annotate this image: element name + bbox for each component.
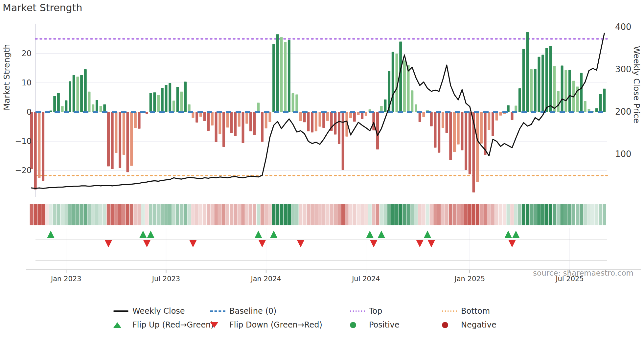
heatmap-cell xyxy=(318,204,322,225)
left-tick-label: −20 xyxy=(15,166,32,175)
heatmap-cell xyxy=(334,204,337,225)
strength-bar xyxy=(434,112,437,148)
heatmap-cell xyxy=(145,204,149,225)
heatmap-cell xyxy=(114,204,118,225)
strength-bar xyxy=(161,88,164,112)
strength-bar xyxy=(599,94,602,112)
strength-bar xyxy=(303,112,306,122)
heatmap-cell xyxy=(514,204,518,225)
flip-up-marker xyxy=(147,231,154,238)
strength-bar xyxy=(230,112,233,133)
strength-bar xyxy=(545,48,548,112)
strength-bar xyxy=(299,112,302,121)
legend-label: Flip Down (Green→Red) xyxy=(229,320,322,329)
strength-bar xyxy=(115,112,117,153)
heatmap-cell xyxy=(134,204,137,225)
strength-bar xyxy=(553,66,556,112)
heatmap-cell xyxy=(49,204,53,225)
heatmap-cell xyxy=(410,204,414,225)
heatmap-cell xyxy=(264,204,268,225)
heatmap-cell xyxy=(472,204,475,225)
strength-bar xyxy=(530,69,533,112)
strength-bar xyxy=(134,112,137,128)
heatmap-cell xyxy=(253,204,256,225)
strength-bar xyxy=(319,112,321,127)
strength-bar xyxy=(111,112,114,169)
strength-bar xyxy=(557,91,560,112)
heatmap-cell xyxy=(464,204,468,225)
heatmap-cell xyxy=(587,204,591,225)
strength-bar xyxy=(238,112,241,127)
heatmap-cell xyxy=(303,204,306,225)
heatmap-cell xyxy=(161,204,164,225)
heatmap-cell xyxy=(176,204,179,225)
flip-up-marker xyxy=(270,231,277,238)
strength-bar xyxy=(361,112,363,119)
heatmap-cell xyxy=(491,204,495,225)
strength-bar xyxy=(192,112,194,118)
heatmap-cell xyxy=(222,204,226,225)
strength-bar xyxy=(469,112,471,174)
strength-bar xyxy=(272,44,275,112)
heatmap-cell xyxy=(141,204,145,225)
strength-bar xyxy=(103,104,106,112)
heatmap-cell xyxy=(476,204,479,225)
strength-bar xyxy=(280,37,283,112)
strength-bar xyxy=(107,112,110,167)
strength-bar xyxy=(222,112,225,147)
strength-bar xyxy=(69,81,71,112)
heatmap-cell xyxy=(118,204,122,225)
heatmap-cell xyxy=(95,204,99,225)
strength-bar xyxy=(430,112,433,126)
strength-bar xyxy=(153,92,156,112)
flip-down-marker xyxy=(416,240,424,247)
strength-bar xyxy=(564,70,567,112)
strength-bar xyxy=(203,112,206,121)
legend-item-flip-up: Flip Up (Red→Green) xyxy=(113,319,214,330)
strength-bar xyxy=(603,89,606,112)
strength-bar xyxy=(415,104,417,112)
heatmap-cell xyxy=(507,204,510,225)
heatmap-cell xyxy=(330,204,333,225)
strength-bar xyxy=(146,112,148,114)
heatmap-cell xyxy=(245,204,249,225)
strength-bar xyxy=(449,112,452,160)
heatmap-cell xyxy=(218,204,222,225)
heatmap-cell xyxy=(453,204,456,225)
heatmap-cell xyxy=(34,204,37,225)
legend-item-weekly-close: Weekly Close xyxy=(113,305,185,317)
strength-bar xyxy=(511,112,514,120)
left-tick-label: 20 xyxy=(21,49,32,58)
heatmap-cell xyxy=(110,204,114,225)
heatmap-cell xyxy=(487,204,491,225)
strength-bar xyxy=(476,112,479,182)
heatmap-cell xyxy=(180,204,183,225)
strength-bar xyxy=(150,93,152,112)
heatmap-cell xyxy=(468,204,472,225)
flip-up-marker xyxy=(366,231,374,238)
heatmap-cell xyxy=(164,204,168,225)
strength-bar xyxy=(53,96,56,112)
legend-item-negative: Negative xyxy=(442,319,496,330)
market-strength-chart: Jan 2023Jul 2023Jan 2024Jul 2024Jan 2025… xyxy=(0,16,644,305)
heatmap-cell xyxy=(191,204,195,225)
strength-bar xyxy=(126,112,129,172)
strength-bar xyxy=(457,112,460,145)
strength-bar xyxy=(65,100,67,112)
weekly-close-line xyxy=(32,33,604,188)
heatmap-cell xyxy=(272,204,276,225)
heatmap-cell xyxy=(572,204,575,225)
strength-bar xyxy=(42,112,44,181)
strength-bar xyxy=(349,112,352,118)
strength-bar xyxy=(534,69,537,112)
baseline-dash-swatch xyxy=(210,310,225,312)
strength-bar xyxy=(461,112,463,150)
strength-bar xyxy=(438,112,440,153)
heatmap-cell xyxy=(310,204,314,225)
heatmap-cell xyxy=(122,204,126,225)
strength-bar xyxy=(480,112,483,144)
strength-bar xyxy=(34,112,37,190)
heatmap-cell xyxy=(295,204,299,225)
legend-item-top: Top xyxy=(350,305,382,317)
strength-bar xyxy=(226,112,229,127)
